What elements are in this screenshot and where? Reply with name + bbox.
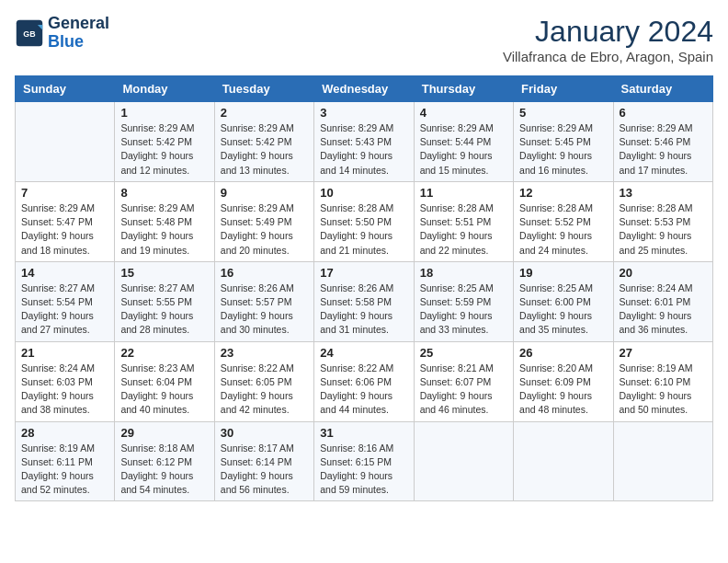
calendar-cell: 13Sunrise: 8:28 AMSunset: 5:53 PMDayligh…	[613, 181, 712, 261]
day-number: 18	[420, 266, 507, 280]
weekday-header-monday: Monday	[115, 76, 214, 102]
day-info: Sunrise: 8:24 AMSunset: 6:03 PMDaylight:…	[21, 362, 108, 418]
day-number: 4	[420, 106, 507, 120]
calendar-cell: 5Sunrise: 8:29 AMSunset: 5:45 PMDaylight…	[514, 102, 613, 182]
day-number: 31	[320, 426, 407, 440]
day-number: 9	[221, 186, 308, 200]
calendar-cell: 25Sunrise: 8:21 AMSunset: 6:07 PMDayligh…	[414, 341, 513, 421]
day-number: 21	[21, 346, 108, 360]
day-number: 10	[320, 186, 407, 200]
day-info: Sunrise: 8:29 AMSunset: 5:42 PMDaylight:…	[120, 121, 208, 178]
day-number: 1	[120, 106, 208, 120]
day-number: 7	[21, 186, 108, 200]
weekday-header-thursday: Thursday	[414, 76, 513, 102]
day-number: 27	[620, 346, 707, 360]
day-info: Sunrise: 8:27 AMSunset: 5:54 PMDaylight:…	[21, 282, 108, 338]
day-info: Sunrise: 8:18 AMSunset: 6:12 PMDaylight:…	[120, 442, 208, 498]
calendar-cell: 8Sunrise: 8:29 AMSunset: 5:48 PMDaylight…	[115, 181, 214, 261]
day-info: Sunrise: 8:27 AMSunset: 5:55 PMDaylight:…	[120, 282, 208, 338]
weekday-header-row: SundayMondayTuesdayWednesdayThursdayFrid…	[16, 76, 713, 102]
calendar-week-2: 7Sunrise: 8:29 AMSunset: 5:47 PMDaylight…	[16, 181, 713, 261]
day-info: Sunrise: 8:29 AMSunset: 5:45 PMDaylight:…	[519, 121, 607, 178]
calendar-table: SundayMondayTuesdayWednesdayThursdayFrid…	[15, 75, 713, 501]
calendar-cell: 30Sunrise: 8:17 AMSunset: 6:14 PMDayligh…	[214, 421, 313, 501]
day-info: Sunrise: 8:28 AMSunset: 5:53 PMDaylight:…	[620, 201, 707, 258]
calendar-header: SundayMondayTuesdayWednesdayThursdayFrid…	[16, 76, 713, 102]
day-info: Sunrise: 8:21 AMSunset: 6:07 PMDaylight:…	[420, 362, 507, 418]
header: GB General Blue January 2024 Villafranca…	[15, 15, 713, 64]
calendar-cell: 16Sunrise: 8:26 AMSunset: 5:57 PMDayligh…	[214, 261, 313, 341]
day-number: 12	[519, 186, 607, 200]
day-info: Sunrise: 8:23 AMSunset: 6:04 PMDaylight:…	[120, 362, 208, 418]
day-number: 22	[120, 346, 208, 360]
calendar-cell: 22Sunrise: 8:23 AMSunset: 6:04 PMDayligh…	[115, 341, 214, 421]
logo: GB General Blue	[15, 15, 109, 52]
calendar-cell: 18Sunrise: 8:25 AMSunset: 5:59 PMDayligh…	[414, 261, 513, 341]
svg-text:GB: GB	[23, 29, 35, 38]
day-number: 19	[519, 266, 607, 280]
calendar-cell	[613, 421, 712, 501]
weekday-header-sunday: Sunday	[16, 76, 115, 102]
day-info: Sunrise: 8:24 AMSunset: 6:01 PMDaylight:…	[620, 282, 707, 338]
calendar-week-4: 21Sunrise: 8:24 AMSunset: 6:03 PMDayligh…	[16, 341, 713, 421]
calendar-cell: 9Sunrise: 8:29 AMSunset: 5:49 PMDaylight…	[214, 181, 313, 261]
calendar-cell: 23Sunrise: 8:22 AMSunset: 6:05 PMDayligh…	[214, 341, 313, 421]
calendar-cell	[414, 421, 513, 501]
day-number: 13	[620, 186, 707, 200]
calendar-cell: 28Sunrise: 8:19 AMSunset: 6:11 PMDayligh…	[16, 421, 115, 501]
day-number: 15	[120, 266, 208, 280]
calendar-week-1: 1Sunrise: 8:29 AMSunset: 5:42 PMDaylight…	[16, 102, 713, 182]
day-info: Sunrise: 8:19 AMSunset: 6:11 PMDaylight:…	[21, 442, 108, 498]
calendar-cell: 7Sunrise: 8:29 AMSunset: 5:47 PMDaylight…	[16, 181, 115, 261]
calendar-body: 1Sunrise: 8:29 AMSunset: 5:42 PMDaylight…	[16, 102, 713, 501]
day-info: Sunrise: 8:17 AMSunset: 6:14 PMDaylight:…	[221, 442, 308, 498]
day-number: 26	[519, 346, 607, 360]
day-info: Sunrise: 8:19 AMSunset: 6:10 PMDaylight:…	[620, 362, 707, 418]
calendar-cell: 20Sunrise: 8:24 AMSunset: 6:01 PMDayligh…	[613, 261, 712, 341]
calendar-cell: 15Sunrise: 8:27 AMSunset: 5:55 PMDayligh…	[115, 261, 214, 341]
day-number: 16	[221, 266, 308, 280]
day-info: Sunrise: 8:20 AMSunset: 6:09 PMDaylight:…	[519, 362, 607, 418]
day-number: 29	[120, 426, 208, 440]
day-info: Sunrise: 8:29 AMSunset: 5:43 PMDaylight:…	[320, 121, 407, 178]
day-info: Sunrise: 8:28 AMSunset: 5:51 PMDaylight:…	[420, 201, 507, 258]
day-number: 6	[620, 106, 707, 120]
day-number: 14	[21, 266, 108, 280]
day-info: Sunrise: 8:29 AMSunset: 5:42 PMDaylight:…	[221, 121, 308, 178]
calendar-cell: 4Sunrise: 8:29 AMSunset: 5:44 PMDaylight…	[414, 102, 513, 182]
weekday-header-saturday: Saturday	[613, 76, 712, 102]
calendar-cell: 27Sunrise: 8:19 AMSunset: 6:10 PMDayligh…	[613, 341, 712, 421]
day-info: Sunrise: 8:29 AMSunset: 5:44 PMDaylight:…	[420, 121, 507, 178]
calendar-title: January 2024	[503, 15, 713, 49]
calendar-cell: 14Sunrise: 8:27 AMSunset: 5:54 PMDayligh…	[16, 261, 115, 341]
calendar-cell: 31Sunrise: 8:16 AMSunset: 6:15 PMDayligh…	[314, 421, 414, 501]
calendar-cell: 1Sunrise: 8:29 AMSunset: 5:42 PMDaylight…	[115, 102, 214, 182]
calendar-cell: 10Sunrise: 8:28 AMSunset: 5:50 PMDayligh…	[314, 181, 414, 261]
day-number: 5	[519, 106, 607, 120]
calendar-cell: 3Sunrise: 8:29 AMSunset: 5:43 PMDaylight…	[314, 102, 414, 182]
calendar-cell: 12Sunrise: 8:28 AMSunset: 5:52 PMDayligh…	[514, 181, 613, 261]
day-info: Sunrise: 8:29 AMSunset: 5:46 PMDaylight:…	[620, 121, 707, 178]
day-info: Sunrise: 8:26 AMSunset: 5:58 PMDaylight:…	[320, 282, 407, 338]
calendar-cell	[16, 102, 115, 182]
day-info: Sunrise: 8:25 AMSunset: 5:59 PMDaylight:…	[420, 282, 507, 338]
day-info: Sunrise: 8:29 AMSunset: 5:48 PMDaylight:…	[120, 201, 208, 258]
day-number: 3	[320, 106, 407, 120]
day-number: 30	[221, 426, 308, 440]
calendar-week-3: 14Sunrise: 8:27 AMSunset: 5:54 PMDayligh…	[16, 261, 713, 341]
weekday-header-wednesday: Wednesday	[314, 76, 414, 102]
calendar-cell: 17Sunrise: 8:26 AMSunset: 5:58 PMDayligh…	[314, 261, 414, 341]
day-number: 24	[320, 346, 407, 360]
calendar-subtitle: Villafranca de Ebro, Aragon, Spain	[503, 49, 713, 64]
day-info: Sunrise: 8:28 AMSunset: 5:52 PMDaylight:…	[519, 201, 607, 258]
day-info: Sunrise: 8:29 AMSunset: 5:47 PMDaylight:…	[21, 201, 108, 258]
day-info: Sunrise: 8:22 AMSunset: 6:06 PMDaylight:…	[320, 362, 407, 418]
calendar-cell	[514, 421, 613, 501]
day-number: 20	[620, 266, 707, 280]
day-number: 8	[120, 186, 208, 200]
calendar-cell: 29Sunrise: 8:18 AMSunset: 6:12 PMDayligh…	[115, 421, 214, 501]
day-number: 11	[420, 186, 507, 200]
calendar-cell: 6Sunrise: 8:29 AMSunset: 5:46 PMDaylight…	[613, 102, 712, 182]
weekday-header-friday: Friday	[514, 76, 613, 102]
day-number: 2	[221, 106, 308, 120]
